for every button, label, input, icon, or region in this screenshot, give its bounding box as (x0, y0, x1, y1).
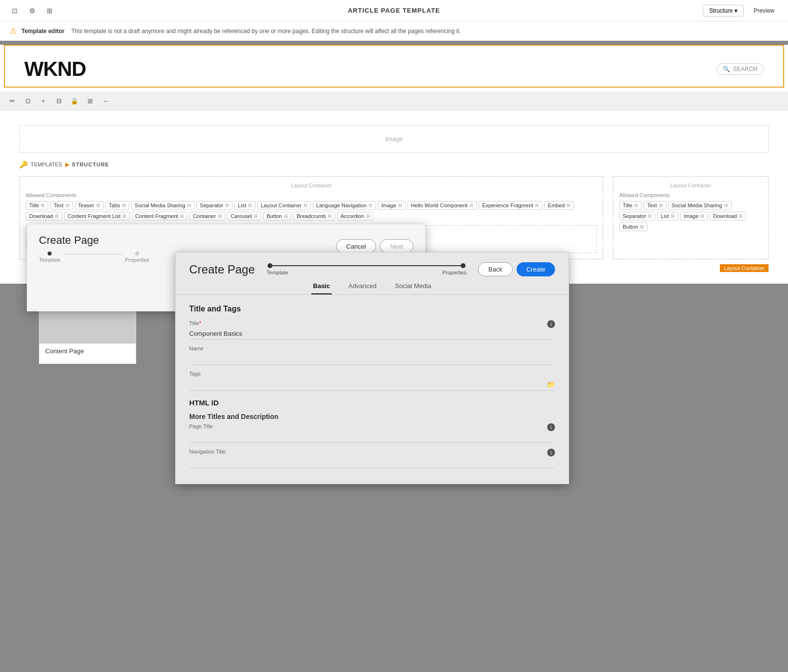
tab-basic[interactable]: Basic (311, 278, 332, 294)
tag-config-icon[interactable]: ⊟ (123, 214, 126, 218)
dialog-2-title: Create Page (189, 263, 255, 276)
tag-config-icon[interactable]: ⊟ (469, 203, 473, 208)
component-tags-2: Title⊟ Text⊟ Social Media Sharing⊟ Separ… (619, 201, 762, 231)
tag-title: Title⊟ (26, 201, 48, 210)
tag-config-icon[interactable]: ⊟ (659, 203, 663, 208)
tag-breadcrumb: Breadcrumb⊟ (293, 212, 335, 220)
top-bar-left: ⊡ ⚙ ⊞ (8, 4, 56, 18)
tag-download-2: Download⊟ (710, 212, 746, 220)
tag-config-icon[interactable]: ⊟ (225, 203, 229, 208)
tag-config-icon[interactable]: ⊟ (284, 214, 288, 218)
tag-carousel: Carousel⊟ (227, 212, 261, 220)
create-button[interactable]: Create (517, 262, 555, 276)
layout-container-2: Layout Container Allowed Components Titl… (613, 176, 769, 259)
back-button[interactable]: Back (478, 262, 513, 276)
tag-config-icon[interactable]: ⊟ (187, 203, 191, 208)
nav-title-label: Navigation Title (189, 449, 226, 454)
chevron-down-icon: ▾ (734, 7, 737, 14)
add-icon[interactable]: + (37, 94, 50, 107)
name-label: Name (189, 345, 555, 351)
tag-config-icon[interactable]: ⊟ (55, 214, 59, 218)
tag-social-media-sharing: Social Media Sharing⊟ (131, 201, 195, 210)
name-field: Name (189, 345, 555, 365)
tag-config-icon[interactable]: ⊟ (700, 214, 704, 218)
warning-message: This template is not a draft anymore and… (71, 28, 461, 35)
templates-text: TEMPLATES (31, 162, 62, 167)
structure-button[interactable]: Structure ▾ (703, 5, 744, 17)
allowed-components-label-1: Allowed Components (26, 192, 597, 198)
search-box[interactable]: 🔍 SEARCH (716, 63, 764, 75)
name-input[interactable] (189, 355, 555, 363)
tag-config-icon[interactable]: ⊟ (122, 203, 126, 208)
group-icon[interactable]: ⊡ (21, 94, 34, 107)
edit-icon[interactable]: ✏ (6, 94, 18, 107)
title-label: Title* (189, 320, 201, 326)
tag-download: Download⊟ (26, 212, 62, 220)
tag-config-icon[interactable]: ⊟ (398, 203, 402, 208)
tag-config-icon[interactable]: ⊟ (535, 203, 539, 208)
tab-advanced[interactable]: Advanced (346, 278, 378, 294)
tag-config-icon[interactable]: ⊟ (41, 203, 45, 208)
title-info-icon[interactable]: i (547, 320, 555, 328)
tag-title-2: Title⊟ (619, 201, 642, 210)
settings-icon[interactable]: ⚙ (25, 4, 39, 18)
title-input[interactable] (189, 330, 555, 337)
folder-icon[interactable]: 📁 (547, 381, 555, 388)
tag-social-2: Social Media Sharing⊟ (668, 201, 732, 210)
stepper-dot-2 (461, 263, 466, 268)
dialog-form: Title and Tags Title* i Name Tags (176, 295, 569, 484)
tag-config-icon[interactable]: ⊟ (218, 214, 222, 218)
sidebar-toggle-icon[interactable]: ⊡ (8, 4, 21, 18)
tag-config-icon[interactable]: ⊟ (739, 214, 743, 218)
tag-config-icon[interactable]: ⊟ (640, 224, 644, 229)
form-section-title: Title and Tags (189, 305, 555, 313)
tag-config-icon[interactable]: ⊟ (366, 214, 370, 218)
tag-config-icon[interactable]: ⊟ (567, 203, 571, 208)
page-header: WKND 🔍 SEARCH (4, 45, 784, 88)
tag-config-icon[interactable]: ⊟ (180, 214, 184, 218)
stepper-dot-1 (268, 263, 272, 268)
tag-config-icon[interactable]: ⊟ (369, 203, 373, 208)
cancel-button[interactable]: Cancel (336, 239, 376, 253)
tag-config-icon[interactable]: ⊟ (328, 214, 332, 218)
copy-icon[interactable]: ⊞ (84, 94, 96, 107)
tag-config-icon[interactable]: ⊟ (648, 214, 652, 218)
page-title-info-icon[interactable]: i (547, 423, 555, 431)
step1-dot (48, 252, 52, 255)
step2-dot (135, 252, 139, 255)
tag-config-icon[interactable]: ⊟ (254, 214, 258, 218)
move-icon[interactable]: ↔ (99, 94, 112, 107)
next-button[interactable]: Next (380, 239, 413, 253)
component-tags-1: Title⊟ Text⊟ Teaser⊟ Tabs⊟ Social Media … (26, 201, 597, 220)
tag-image: Image⊟ (378, 201, 406, 210)
tag-language-nav: Language Navigation⊟ (313, 201, 376, 210)
tag-config-icon[interactable]: ⊟ (66, 203, 70, 208)
nav-title-input[interactable] (189, 458, 555, 466)
name-input-row (189, 353, 555, 365)
tab-social-media[interactable]: Social Media (393, 278, 433, 294)
structure-text: STRUCTURE (72, 162, 109, 167)
layout-container-orange-label: Layout Container (720, 264, 769, 272)
page-title-input[interactable] (189, 433, 555, 440)
tags-field: Tags 📁 (189, 371, 555, 391)
tag-config-icon[interactable]: ⊟ (248, 203, 252, 208)
tag-config-icon[interactable]: ⊟ (304, 203, 307, 208)
dialog-tabs: Basic Advanced Social Media (176, 276, 569, 295)
lock-icon[interactable]: 🔒 (68, 94, 81, 107)
tag-config-icon[interactable]: ⊟ (96, 203, 100, 208)
tags-input[interactable] (189, 381, 547, 388)
tag-tabs: Tabs⊟ (106, 201, 129, 210)
tag-button-2: Button⊟ (619, 222, 647, 231)
layout-container-2-label: Layout Container (619, 182, 762, 188)
configure-icon[interactable]: ⊟ (53, 94, 65, 107)
image-placeholder: Image (19, 125, 769, 153)
nav-title-info-icon[interactable]: i (547, 449, 555, 456)
tag-config-icon[interactable]: ⊟ (671, 214, 675, 218)
tag-config-icon[interactable]: ⊟ (634, 203, 638, 208)
preview-button[interactable]: Preview (748, 5, 780, 16)
layout-container-1-label: Layout Container (26, 182, 597, 188)
tag-config-icon[interactable]: ⊟ (724, 203, 728, 208)
tag-separator: Separator⊟ (197, 201, 233, 210)
panels-icon[interactable]: ⊞ (43, 4, 56, 18)
dialog-1-actions: Cancel Next (336, 239, 413, 253)
